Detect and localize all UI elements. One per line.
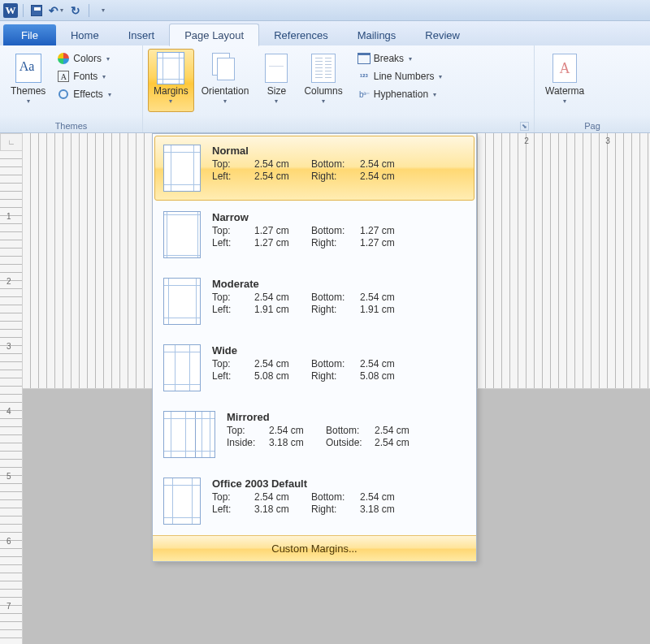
redo-icon: ↻ — [71, 4, 80, 17]
effects-label: Effects — [73, 89, 102, 100]
tab-home[interactable]: Home — [56, 24, 114, 45]
tab-mailings[interactable]: Mailings — [343, 24, 411, 45]
margin-value: 3.18 cm — [254, 504, 311, 515]
page-setup-launcher[interactable]: ⬊ — [520, 122, 529, 131]
effects-button[interactable]: Effects ▾ — [54, 86, 113, 102]
margin-value: 2.54 cm — [360, 358, 409, 370]
margin-value: 2.54 cm — [254, 171, 311, 182]
group-label-page-background: Pag — [540, 119, 645, 131]
margin-value: 2.54 cm — [360, 292, 409, 303]
margin-preset-text: WideTop:2.54 cmBottom:2.54 cmLeft:5.08 c… — [212, 344, 466, 391]
tab-page-layout[interactable]: Page Layout — [169, 24, 259, 46]
margin-value: Right: — [311, 237, 360, 249]
margin-value: 2.54 cm — [360, 491, 409, 503]
custom-margins-button[interactable]: Custom Margins... — [153, 535, 476, 561]
undo-button[interactable]: ↶▾ — [48, 2, 64, 19]
margin-value: 1.91 cm — [360, 304, 409, 315]
margin-value: 5.08 cm — [254, 370, 311, 382]
margin-preset-narrow[interactable]: NarrowTop:1.27 cmBottom:1.27 cmLeft:1.27… — [154, 202, 474, 267]
margin-preset-wide[interactable]: WideTop:2.54 cmBottom:2.54 cmLeft:5.08 c… — [154, 335, 474, 400]
ruler-tick: 1 — [6, 212, 11, 221]
hyphenation-button[interactable]: bᵃ⁻ Hyphenation ▾ — [355, 86, 445, 102]
group-page-setup: Margins ▾ Orientation ▾ Size ▾ Columns ▾ — [143, 45, 535, 132]
margin-preset-title: Narrow — [212, 211, 466, 223]
columns-icon — [311, 54, 336, 83]
margin-preset-text: NarrowTop:1.27 cmBottom:1.27 cmLeft:1.27… — [212, 211, 466, 258]
margin-value: Top: — [212, 225, 254, 236]
chevron-down-icon: ▾ — [169, 97, 172, 105]
vertical-ruler[interactable]: 1 2 3 4 5 6 7 — [0, 151, 23, 644]
margins-label: Margins — [154, 86, 188, 97]
ruler-tick: 6 — [6, 537, 11, 546]
margin-preset-icon — [163, 145, 201, 192]
redo-button[interactable]: ↻ — [67, 2, 84, 19]
margin-preset-title: Moderate — [212, 278, 466, 290]
margin-value: Top: — [212, 358, 254, 370]
ruler-tick: 7 — [6, 602, 11, 611]
margin-value: 2.54 cm — [375, 437, 423, 448]
margin-value: 2.54 cm — [254, 491, 311, 503]
margin-value: 1.27 cm — [360, 237, 409, 249]
chevron-down-icon: ▾ — [108, 91, 111, 98]
margin-preset-office2003[interactable]: Office 2003 DefaultTop:2.54 cmBottom:2.5… — [154, 469, 474, 534]
margin-preset-title: Normal — [212, 145, 466, 157]
margin-preset-icon — [163, 344, 201, 391]
themes-button[interactable]: Themes ▾ — [5, 49, 51, 112]
margin-value: 2.54 cm — [254, 358, 311, 370]
undo-icon: ↶ — [49, 4, 58, 17]
colors-label: Colors — [73, 53, 102, 64]
tab-review[interactable]: Review — [410, 24, 474, 45]
line-numbers-icon: ¹²³ — [358, 70, 370, 83]
qat-customize-button[interactable]: ▾ — [94, 2, 110, 19]
colors-button[interactable]: Colors ▾ — [54, 50, 113, 67]
size-button[interactable]: Size ▾ — [256, 49, 297, 112]
ruler-tick: 3 — [605, 136, 610, 145]
colors-icon — [58, 53, 69, 64]
chevron-down-icon: ▾ — [563, 97, 566, 105]
ruler-tick: 2 — [524, 136, 529, 145]
save-icon — [31, 5, 42, 16]
watermark-button[interactable]: A Waterma ▾ — [540, 49, 590, 112]
fonts-label: Fonts — [73, 71, 98, 82]
line-numbers-button[interactable]: ¹²³ Line Numbers ▾ — [355, 68, 445, 84]
columns-button[interactable]: Columns ▾ — [298, 49, 348, 112]
margin-preset-icon — [163, 278, 201, 325]
ribbon: Themes ▾ Colors ▾ A Fonts ▾ Effects ▾ — [0, 45, 650, 133]
hyphenation-icon: bᵃ⁻ — [358, 88, 370, 101]
margin-preset-moderate[interactable]: ModerateTop:2.54 cmBottom:2.54 cmLeft:1.… — [154, 269, 474, 334]
margin-preset-text: Office 2003 DefaultTop:2.54 cmBottom:2.5… — [212, 478, 466, 525]
orientation-label: Orientation — [202, 86, 249, 97]
orientation-button[interactable]: Orientation ▾ — [196, 49, 255, 112]
margin-value: Left: — [212, 304, 254, 315]
margin-value: 3.18 cm — [360, 504, 409, 515]
margins-button[interactable]: Margins ▾ — [148, 49, 194, 112]
tab-references[interactable]: References — [259, 24, 342, 45]
chevron-down-icon: ▾ — [275, 97, 278, 105]
margin-value: Bottom: — [311, 358, 360, 370]
orientation-icon — [212, 53, 238, 84]
group-label-page-setup: x ⬊ — [148, 119, 529, 131]
chevron-down-icon: ▾ — [439, 73, 442, 80]
chevron-down-icon: ▾ — [60, 6, 63, 14]
group-themes: Themes ▾ Colors ▾ A Fonts ▾ Effects ▾ — [0, 45, 143, 132]
margin-preset-text: ModerateTop:2.54 cmBottom:2.54 cmLeft:1.… — [212, 278, 466, 325]
qat-separator — [23, 4, 24, 17]
group-page-background: A Waterma ▾ Pag — [535, 45, 650, 132]
fonts-icon: A — [58, 71, 69, 82]
chevron-down-icon: ▾ — [409, 55, 412, 63]
ruler-tick: 2 — [6, 277, 11, 286]
margin-value: Top: — [212, 491, 254, 503]
tab-file[interactable]: File — [3, 24, 56, 45]
save-button[interactable] — [28, 2, 45, 19]
margin-value: Right: — [311, 504, 360, 515]
size-icon — [265, 54, 288, 83]
chevron-down-icon: ▾ — [27, 97, 30, 105]
size-label: Size — [267, 86, 286, 97]
watermark-label: Waterma — [545, 86, 584, 97]
margin-preset-normal[interactable]: NormalTop:2.54 cmBottom:2.54 cmLeft:2.54… — [154, 136, 474, 201]
fonts-button[interactable]: A Fonts ▾ — [54, 68, 113, 84]
margin-value: Outside: — [326, 437, 375, 448]
tab-insert[interactable]: Insert — [114, 24, 170, 45]
breaks-button[interactable]: Breaks ▾ — [355, 50, 445, 67]
margin-preset-mirrored[interactable]: MirroredTop:2.54 cmBottom:2.54 cmInside:… — [154, 402, 474, 467]
